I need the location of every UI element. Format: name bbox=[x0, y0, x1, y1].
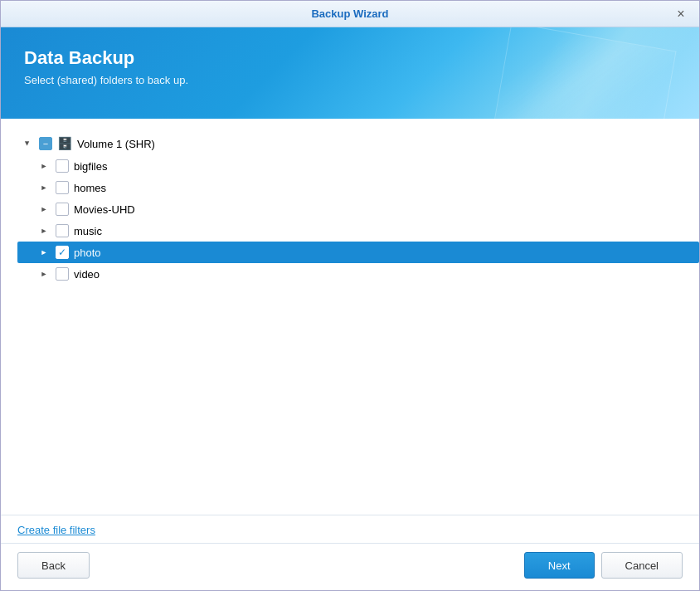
child-label: video bbox=[74, 268, 100, 281]
close-button[interactable]: × bbox=[673, 7, 689, 21]
footer-link-area: Create file filters bbox=[1, 515, 699, 543]
child-expand-arrow[interactable]: ► bbox=[37, 159, 51, 173]
cancel-button[interactable]: Cancel bbox=[601, 552, 683, 579]
child-checkbox[interactable] bbox=[56, 203, 69, 216]
child-label: bigfiles bbox=[74, 160, 107, 173]
root-label: Volume 1 (SHR) bbox=[77, 138, 155, 150]
child-checkbox[interactable] bbox=[56, 224, 69, 237]
dialog-title: Backup Wizard bbox=[27, 7, 673, 20]
child-checkbox[interactable] bbox=[56, 181, 69, 194]
child-expand-arrow[interactable]: ► bbox=[37, 203, 51, 216]
child-expand-arrow[interactable]: ► bbox=[37, 267, 51, 281]
list-item[interactable]: ► video bbox=[34, 263, 683, 285]
tree-expand-arrow[interactable]: ► bbox=[21, 137, 34, 150]
page-subtitle: Select (shared) folders to back up. bbox=[24, 74, 676, 86]
list-item[interactable]: ► Movies-UHD bbox=[34, 198, 683, 220]
child-label: Movies-UHD bbox=[74, 203, 135, 216]
child-checkbox[interactable] bbox=[56, 159, 69, 173]
list-item[interactable]: ► bigfiles bbox=[34, 155, 683, 177]
child-expand-arrow[interactable]: ► bbox=[37, 181, 51, 194]
child-checkbox-checked[interactable]: ✓ bbox=[56, 246, 69, 259]
child-checkbox[interactable] bbox=[56, 267, 69, 281]
tree-children: ► bigfiles ► homes ► Movies-UHD ► music bbox=[17, 155, 683, 285]
list-item-selected[interactable]: ► ✓ photo bbox=[17, 242, 699, 263]
tree-root-item[interactable]: ► − 🗄️ Volume 1 (SHR) bbox=[17, 132, 683, 155]
right-button-group: Next Cancel bbox=[524, 552, 683, 579]
footer-buttons: Back Next Cancel bbox=[1, 543, 699, 590]
next-button[interactable]: Next bbox=[524, 552, 595, 579]
title-bar: Backup Wizard × bbox=[1, 1, 699, 27]
child-label: photo bbox=[74, 247, 101, 259]
dialog-window: Backup Wizard × Data Backup Select (shar… bbox=[0, 0, 700, 591]
back-button[interactable]: Back bbox=[17, 552, 90, 579]
page-title: Data Backup bbox=[24, 47, 676, 69]
child-expand-arrow[interactable]: ► bbox=[37, 246, 51, 259]
child-label: homes bbox=[74, 182, 106, 194]
header-banner: Data Backup Select (shared) folders to b… bbox=[1, 27, 699, 119]
volume-icon: 🗄️ bbox=[57, 136, 73, 151]
child-label: music bbox=[74, 225, 102, 237]
content-area: ► − 🗄️ Volume 1 (SHR) ► bigfiles ► homes… bbox=[1, 119, 699, 515]
list-item[interactable]: ► homes bbox=[34, 177, 683, 198]
child-expand-arrow[interactable]: ► bbox=[37, 224, 51, 237]
list-item[interactable]: ► music bbox=[34, 220, 683, 242]
create-file-filters-link[interactable]: Create file filters bbox=[17, 524, 95, 536]
root-checkbox[interactable]: − bbox=[39, 137, 52, 150]
